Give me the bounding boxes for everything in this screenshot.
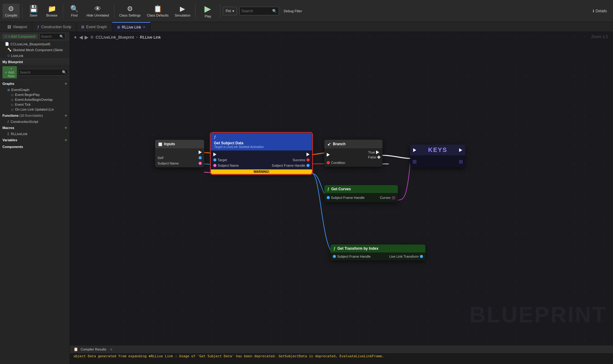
toolbar-search[interactable]: 🔍 [239, 7, 279, 15]
viewport-icon: 🖼 [7, 25, 11, 29]
save-button[interactable]: 💾 Save [25, 4, 42, 18]
getsubject-subjectname-label: Subject Name [218, 164, 239, 167]
left-panel: + + Add Component 🔍 📄 CCLiveLink_Bluepri… [0, 32, 70, 364]
tab-close-icon[interactable]: ✕ [143, 25, 145, 29]
getcurves-framehandle-label: Subject Frame Handle [331, 196, 364, 199]
bp-event-beginplay[interactable]: ◇ Event BeginPlay [0, 92, 70, 97]
bp-search[interactable]: 🔍 [18, 69, 68, 76]
nav-forward-icon[interactable]: ▶ [85, 34, 88, 40]
nav-back-icon[interactable]: ◀ [79, 34, 83, 40]
gettransform-framehandle-pin [333, 255, 336, 258]
play-icon: ▶ [204, 4, 211, 14]
bp-rllivelink-macro[interactable]: Σ RLLiveLink [0, 131, 70, 136]
macro-label: RLLiveLink [11, 132, 27, 136]
simulation-button[interactable]: ▶ Simulation [172, 4, 193, 18]
getsubject-target-label: Target [218, 158, 227, 162]
gettransform-framehandle-label: Subject Frame Handle [337, 255, 371, 258]
getcurves-framehandle-pin [327, 196, 330, 199]
rllive-icon: ⊞ [117, 25, 120, 29]
find-button[interactable]: 🔍 Find [66, 4, 83, 18]
bp-event-tick[interactable]: ◇ Event Tick [0, 102, 70, 107]
simulation-icon: ▶ [180, 5, 185, 13]
branch-title: Branch [333, 142, 345, 146]
compiler-tab-close[interactable]: ✕ [110, 348, 112, 351]
getsubject-target-pin [213, 158, 216, 161]
inputs-node[interactable]: ▦ Inputs Self Subject Name [155, 140, 204, 167]
debug-filter-button[interactable]: Pei ▾ [223, 7, 237, 15]
bp-add-new-button[interactable]: + + Add New [2, 66, 17, 78]
class-settings-button[interactable]: ⚙ Class Settings [117, 4, 143, 18]
bp-components-subsection[interactable]: Components [0, 144, 70, 150]
bp-event-graph[interactable]: ⊞ EventGraph [0, 87, 70, 92]
getcurves-func-icon: ƒ [327, 187, 329, 191]
canvas-area[interactable]: ★ ◀ ▶ ⚙ CCLiveLink_Blueprint > RLLive Li… [70, 32, 613, 346]
bp-eye-icon[interactable]: 👁 [69, 70, 70, 75]
compile-icon: ⚙ [8, 5, 14, 13]
tab-rllive-link[interactable]: ⊞ RLLive Link ✕ [112, 22, 151, 32]
tick-icon: ◇ [11, 103, 13, 106]
keys-grid-right-icon: ⊞ [459, 159, 463, 165]
bp-functions-section[interactable]: Functions (18 Overridable) + [0, 112, 70, 119]
bp-graphs-section[interactable]: Graphs + [0, 80, 70, 87]
keys-node[interactable]: KEYS ⊞ ⊞ [410, 145, 465, 168]
components-search-input[interactable] [41, 35, 59, 38]
getcurves-body: Subject Frame Handle Curves ⊞ [324, 193, 398, 202]
variables-add-icon[interactable]: + [65, 138, 67, 142]
compiler-results-tab[interactable]: Compiler Results [81, 347, 106, 351]
bp-variables-section[interactable]: Variables + [0, 136, 70, 144]
macros-add-icon[interactable]: + [65, 125, 67, 130]
browse-button[interactable]: 📁 Browse [43, 4, 60, 18]
bp-on-live-link-updated[interactable]: ◇ On Live Link Updated (Liv [0, 107, 70, 112]
tab-event-graph[interactable]: ⊞ Event Graph [76, 22, 112, 32]
class-defaults-button[interactable]: 📋 Class Defaults [144, 4, 171, 18]
gettransform-livelink-pin [420, 255, 423, 258]
compiler-results: 📋 Compiler Results ✕ ubject Data generat… [70, 346, 613, 364]
details-label: Details [596, 9, 607, 13]
branch-true-pin [376, 150, 379, 154]
branch-node[interactable]: ↙ Branch True False [324, 140, 383, 167]
getsubject-exec-in-pin [213, 153, 216, 156]
plus-icon: + [5, 35, 7, 38]
functions-add-icon[interactable]: + [65, 113, 67, 118]
inputs-self-row: Self [155, 155, 204, 161]
play-button[interactable]: ▶ Play [198, 2, 218, 19]
breadcrumb: ★ ◀ ▶ ⚙ CCLiveLink_Blueprint > RLLive Li… [74, 34, 161, 40]
bp-event-actoroverlap[interactable]: ◇ Event ActorBeginOverlap [0, 97, 70, 102]
construction-icon: ƒ [37, 25, 39, 29]
debug-filter-label-btn[interactable]: Debug Filter [281, 8, 305, 14]
get-subject-data-node[interactable]: ƒ Get Subject Data Target is LiveLink Sk… [211, 133, 312, 174]
branch-condition-label: Condition [331, 161, 345, 165]
get-transform-node[interactable]: ƒ Get Transform by Index Subject Frame H… [330, 245, 425, 260]
tab-construction-script[interactable]: ƒ Construction Scrip [32, 22, 76, 32]
keys-body: ⊞ ⊞ [410, 155, 465, 168]
beginplay-label: Event BeginPlay [15, 93, 40, 97]
bp-macros-section[interactable]: Macros + [0, 124, 70, 131]
add-component-button[interactable]: + + Add Component [2, 34, 38, 39]
toolbar-search-input[interactable] [242, 9, 272, 13]
livelink-updated-icon: ◇ [11, 108, 13, 111]
bp-search-input[interactable] [20, 70, 62, 74]
hide-unrelated-button[interactable]: 👁 Hide Unrelated [84, 4, 111, 18]
inputs-title: Inputs [164, 142, 175, 146]
compile-button[interactable]: ⚙ Compile [2, 4, 20, 18]
inputs-self-label: Self [158, 156, 163, 160]
construction-func-label: ConstructionScript [11, 120, 38, 123]
inputs-subjectname-pin [199, 162, 202, 165]
comp-item-livelink[interactable]: ◇ LiveLink [0, 53, 70, 59]
tick-label: Event Tick [15, 103, 31, 106]
getsubject-success-pin [306, 158, 310, 161]
components-search[interactable]: 🔍 [40, 33, 65, 40]
branch-condition-pin [327, 161, 330, 164]
tab-viewport[interactable]: 🖼 Viewport [2, 22, 32, 32]
favorite-icon[interactable]: ★ [74, 35, 77, 40]
my-blueprint-header: My Blueprint [0, 59, 70, 65]
class-settings-label: Class Settings [119, 13, 141, 17]
getcurves-title: Get Curves [331, 187, 351, 191]
inputs-self-pin [199, 156, 202, 159]
comp-item-self[interactable]: 📄 CCLiveLink_Blueprint(self) [0, 41, 70, 47]
bp-construction-script[interactable]: ƒ ConstructionScript [0, 119, 70, 124]
get-curves-node[interactable]: ƒ Get Curves Subject Frame Handle Curves… [324, 185, 398, 202]
graphs-add-icon[interactable]: + [65, 81, 67, 86]
comp-item-skeletal[interactable]: 🦴 Skeletal Mesh Component (Skele [0, 47, 70, 53]
breadcrumb-gear-icon[interactable]: ⚙ [90, 35, 94, 40]
